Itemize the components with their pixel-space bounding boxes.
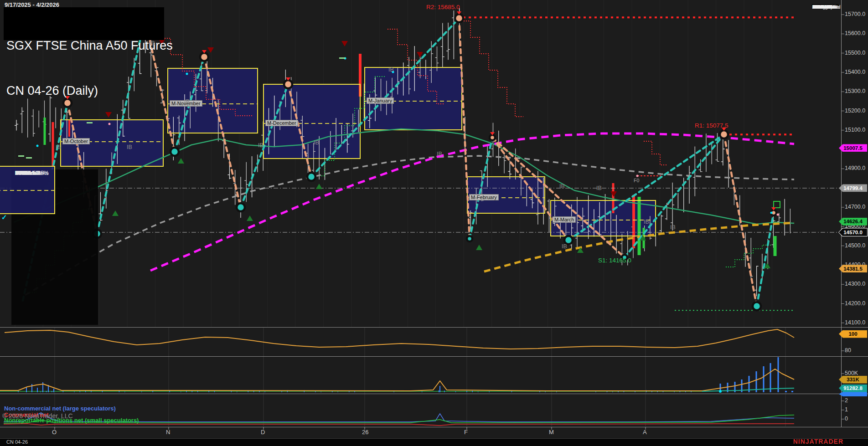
month-label-chip: M-January <box>367 97 394 104</box>
time-axis-label: 26 <box>362 429 368 436</box>
price-badge: 14799.4 <box>839 184 867 192</box>
ib-label: IB <box>150 40 155 46</box>
status-bar <box>0 438 868 446</box>
price-tick-label: 15400.0 <box>845 69 865 75</box>
check-icon: ✓ <box>1 213 7 221</box>
time-axis-label: O <box>52 429 57 436</box>
price-badge: 91282.8 <box>839 384 867 392</box>
swing-pivots-panel: Swing Pivots1.-------------Pvt. Trend:UT… <box>812 4 838 6</box>
swing-pivots-line: AF: 8.00 <box>812 5 831 10</box>
ib-label: IB <box>562 243 567 250</box>
price-tick-label: 15100.0 <box>845 127 865 133</box>
resistance-1-label: R1: 15077.5 <box>695 122 728 129</box>
f0-marker-label: F0 <box>634 178 639 183</box>
time-axis-label: A <box>643 429 647 436</box>
copyright-watermark: © 2026 NinjaTrader, LLC <box>2 412 73 420</box>
bench-marks-line: UTrend 2 <box>15 170 39 176</box>
month-label-chip: M-March <box>553 216 576 223</box>
price-tick-label: 14700.0 <box>845 204 865 210</box>
price-tick-label: 15500.0 <box>845 50 865 56</box>
time-axis-label: M <box>549 429 554 436</box>
price-badge <box>839 392 867 396</box>
price-tick-label: 14300.0 <box>845 281 865 287</box>
indicator-tick-label: 0 <box>845 415 848 422</box>
ib-label: IB <box>127 144 132 150</box>
time-axis-label: F <box>464 429 468 436</box>
price-tick-label: 14500.0 <box>845 242 865 249</box>
ib-label: IB <box>559 183 565 190</box>
month-label-chip: M-October <box>62 138 90 144</box>
month-label-chip: M-December <box>265 120 298 126</box>
indicator-tick-label: 2 <box>845 397 848 404</box>
resistance-2-label: R2: 15685.0 <box>426 4 460 10</box>
ib-label: IB <box>56 144 61 150</box>
time-axis-label: N <box>166 429 170 436</box>
month-label-chip: M-February <box>469 194 499 200</box>
chart-title-line1: SGX FTSE China A50 Futures <box>6 38 164 53</box>
price-tick-label: 14100.0 <box>845 319 865 326</box>
price-tick-label: 15300.0 <box>845 88 865 94</box>
price-tick-label: 14200.0 <box>845 300 865 307</box>
ib-label: IB <box>670 224 676 231</box>
ib-label: IB <box>388 67 394 73</box>
indicator-tick-label: 80 <box>845 347 851 354</box>
price-badge: 14381.5 <box>839 265 867 272</box>
chart-title: SGX FTSE China A50 Futures CN 04-26 (Dai… <box>4 7 164 40</box>
ib-label: IB <box>644 219 649 225</box>
price-badge: 14626.4 <box>839 218 867 226</box>
price-tick-label: 15700.0 <box>845 11 865 17</box>
price-tick-label: 14900.0 <box>845 165 865 171</box>
support-1-label: S1: 14165.0 <box>598 257 631 264</box>
cot-legend-item: Non-commercial net (large speculators) <box>4 405 116 412</box>
price-tick-label: 15200.0 <box>845 108 865 114</box>
indicator-tick-label: 500K <box>845 370 858 376</box>
chart-window: 9/17/2025 - 4/2/2026 SGX FTSE China A50 … <box>0 0 868 446</box>
ib-label: IB <box>314 139 319 146</box>
ib-label: IB <box>596 185 602 191</box>
instrument-tab-label: CN 04-26 <box>6 439 28 445</box>
ib-label: IB <box>258 142 264 149</box>
time-axis-label: D <box>261 429 265 436</box>
ib-label: IB <box>437 151 442 157</box>
chart-title-line2: CN 04-26 (Daily) <box>6 83 164 98</box>
price-badge: 14570.0 <box>839 228 867 236</box>
price-badge: 331K <box>839 376 867 384</box>
indicator-tick-label: 1 <box>845 406 848 413</box>
price-badge: 15007.5 <box>839 144 867 152</box>
ninjatrader-logo: NINJATRADER <box>793 438 843 445</box>
price-badge: 100 <box>839 330 867 338</box>
ib-label: IB <box>184 98 190 105</box>
price-tick-label: 15600.0 <box>845 30 865 36</box>
